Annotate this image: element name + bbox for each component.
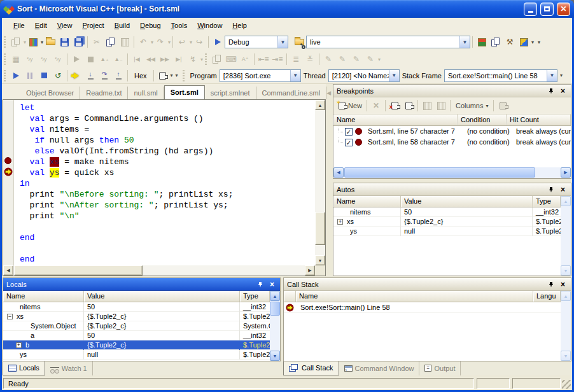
expand-icon[interactable]: + [337, 219, 343, 225]
toolbar-grip[interactable] [183, 70, 185, 81]
maximize-button[interactable] [540, 3, 554, 16]
column-frame-icon[interactable] [284, 291, 296, 302]
profiler-icon[interactable]: ▦ [9, 52, 23, 66]
step-into-icon[interactable]: ↓ [83, 69, 97, 83]
redo-dropdown-icon[interactable]: ▾ [168, 39, 171, 45]
navigate-forward-icon[interactable]: ↪ [192, 35, 206, 49]
copy-icon[interactable] [104, 35, 118, 49]
scroll-right-icon[interactable]: ▶ [561, 167, 571, 178]
run-icon[interactable] [69, 52, 83, 66]
navigate-back-icon[interactable]: ↩ [175, 35, 189, 49]
clear-all-breakpoints-icon[interactable]: × [388, 99, 402, 113]
columns-dropdown-button[interactable]: Columns▾ [452, 99, 491, 113]
playback-prev-icon[interactable]: ◀◀ [144, 52, 158, 66]
expand-icon[interactable]: + [16, 342, 22, 348]
halt-icon[interactable] [83, 52, 97, 66]
minimize-button[interactable] [524, 3, 537, 16]
clear-breakpoints-icon[interactable]: ✎ [363, 52, 377, 66]
scroll-up-icon[interactable]: ▲ [270, 291, 280, 301]
toolbar-grip[interactable] [205, 53, 207, 65]
breakpoint-glyph[interactable] [4, 157, 11, 164]
menu-window[interactable]: Window [192, 19, 227, 32]
new-project-icon[interactable] [9, 35, 23, 49]
add-item-icon[interactable] [26, 35, 40, 49]
column-name[interactable]: Name [3, 291, 84, 302]
variable-row[interactable]: a 50 __int32 [3, 331, 270, 340]
variable-row[interactable]: − xs {$.Tuple2_c} $.Tuple2_ [3, 312, 270, 321]
column-hit-count[interactable]: Hit Count [507, 115, 571, 125]
breakpoint-checkbox[interactable]: ✓ [345, 139, 353, 146]
breakpoint-checkbox[interactable]: ✓ [345, 128, 353, 136]
tab-script-smlnet[interactable]: script.smlnet [205, 87, 256, 99]
menu-edit[interactable]: Edit [30, 19, 52, 32]
column-language[interactable]: Langu [533, 291, 561, 302]
breakpoint-row[interactable]: ✓ Sort.sml, line 58 character 7 (no cond… [333, 137, 571, 148]
stop-debugging-icon[interactable] [37, 69, 51, 83]
go-to-source-icon[interactable] [420, 99, 434, 113]
new-breakpoint-pen-icon[interactable]: ✎ [321, 52, 335, 66]
resize-grip-icon[interactable] [562, 380, 571, 389]
pin-icon[interactable] [546, 280, 556, 289]
editor-horizontal-scrollbar[interactable]: ◀ ▶ [3, 265, 315, 276]
redo-icon[interactable]: ↷ [153, 35, 167, 49]
scrollbar-thumb[interactable] [270, 302, 280, 316]
breakpoint-row[interactable]: ✓ Sort.sml, line 57 character 7 (no cond… [333, 126, 571, 137]
tab-object-browser[interactable]: Object Browser [20, 87, 80, 99]
variable-row[interactable]: nitems 50 __int32 [333, 207, 561, 217]
editor-vertical-scrollbar[interactable]: ▲ ▼ [315, 100, 325, 265]
enable-breakpoints-icon[interactable]: ✎ [335, 52, 349, 66]
solution-explorer-icon[interactable] [475, 35, 489, 49]
menu-tools[interactable]: Tools [166, 19, 193, 32]
show-next-statement-icon[interactable] [69, 69, 83, 83]
toolbar-options-icon[interactable]: ▾ [176, 73, 178, 78]
chevron-down-icon[interactable]: ▼ [389, 70, 399, 81]
close-button[interactable]: ✕ [557, 3, 570, 16]
column-value[interactable]: Value [84, 291, 240, 302]
close-panel-icon[interactable]: × [267, 280, 277, 289]
pin-icon[interactable] [546, 185, 556, 194]
variable-row[interactable]: + xs {$.Tuple2_c} $.Tuple2_ [333, 217, 561, 227]
breakpoints-horizontal-scrollbar[interactable]: ◀ ▶ [333, 167, 571, 178]
menu-file[interactable]: File [8, 19, 30, 32]
close-panel-icon[interactable]: × [558, 185, 568, 194]
toolbar-options-icon[interactable]: ▾ [538, 39, 540, 45]
tab-command-window[interactable]: Command Window [339, 361, 420, 375]
menu-project[interactable]: Project [77, 19, 109, 32]
chevron-down-icon[interactable]: ▼ [277, 36, 288, 48]
continue-icon[interactable] [9, 69, 23, 83]
thread-combo[interactable]: [2120] <No Name> ▼ [328, 69, 400, 82]
call-stack-vertical-scrollbar[interactable]: ▲ ▼ [561, 291, 571, 361]
paste-icon[interactable] [118, 35, 132, 49]
variable-row[interactable]: ys null $.Tuple2_ [333, 227, 561, 236]
remove-chart-icon[interactable]: ▲₋ [111, 52, 125, 66]
properties-window-icon[interactable] [489, 35, 503, 49]
column-name[interactable]: Name [333, 196, 401, 207]
scrollbar-thumb[interactable] [14, 265, 143, 276]
pin-icon[interactable] [546, 87, 556, 95]
tab-output[interactable]: ≡ Output [419, 361, 461, 375]
indicator-margin[interactable] [3, 100, 14, 265]
undo-icon[interactable]: ↶ [136, 35, 150, 49]
start-debug-icon[interactable] [211, 35, 225, 49]
program-combo[interactable]: [2836] Sort.exe ▼ [220, 69, 301, 82]
close-panel-icon[interactable]: × [558, 87, 568, 95]
run-script-icon[interactable]: ϟy [23, 52, 37, 66]
chevron-down-icon[interactable]: ▼ [459, 36, 470, 48]
step-over-icon[interactable]: ↷ [97, 69, 111, 83]
go-to-disassembly-icon[interactable] [434, 99, 448, 113]
locals-vertical-scrollbar[interactable]: ▲ ▼ [270, 291, 280, 361]
scroll-down-icon[interactable]: ▼ [561, 265, 571, 276]
toolbar-grip[interactable] [4, 36, 6, 48]
cut-icon[interactable]: ✂ [90, 35, 104, 49]
increase-indent-icon[interactable]: ⇥≡ [270, 52, 284, 66]
playback-last-icon[interactable]: ▶| [172, 52, 186, 66]
debug-script-icon[interactable]: ϟy [37, 52, 51, 66]
column-name[interactable]: Name [296, 291, 533, 302]
toolbar-options-icon[interactable]: ▾ [378, 57, 381, 62]
tab-commandline-sml[interactable]: CommandLine.sml [256, 87, 327, 99]
autos-vertical-scrollbar[interactable]: ▲ ▼ [561, 196, 571, 276]
add-watch-icon[interactable]: A⁺ [238, 52, 252, 66]
chevron-down-icon[interactable]: ▼ [290, 70, 300, 81]
scroll-right-icon[interactable]: ▶ [305, 265, 315, 276]
uncomment-icon[interactable]: ≚ [303, 52, 317, 66]
